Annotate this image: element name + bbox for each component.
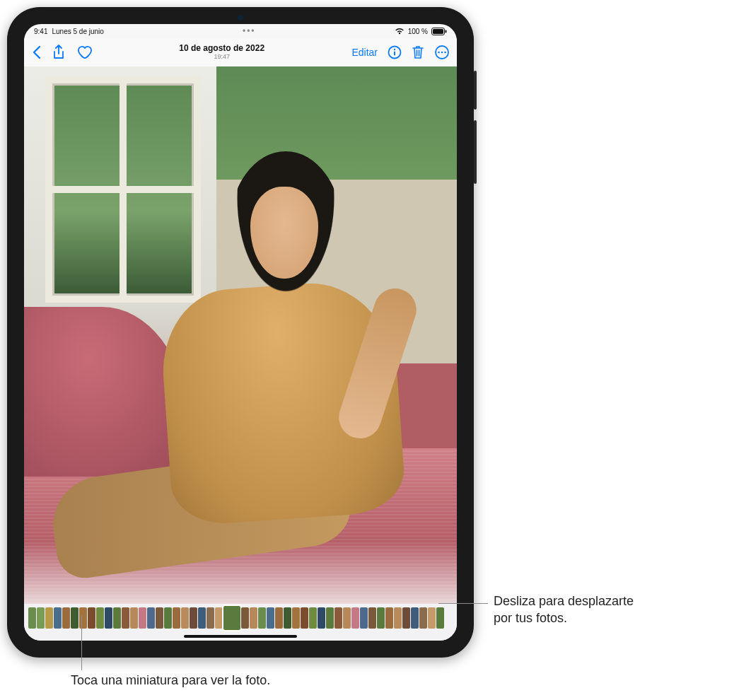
photo-cushion: [24, 307, 187, 477]
thumbnail[interactable]: [173, 607, 180, 629]
thumbnail[interactable]: [334, 607, 342, 629]
status-bar: 9:41 Lunes 5 de junio ••• 100 %: [24, 24, 457, 38]
battery-icon: [431, 28, 447, 35]
photo-date-title: 10 de agosto de 2022: [98, 44, 346, 53]
home-indicator[interactable]: [24, 632, 457, 641]
thumbnail[interactable]: [368, 607, 376, 629]
thumbnail-strip[interactable]: [24, 604, 457, 632]
thumbnail[interactable]: [190, 607, 197, 629]
battery-percent: 100 %: [408, 28, 428, 35]
thumbnail[interactable]: [198, 607, 206, 629]
thumbnail[interactable]: [164, 607, 172, 629]
thumbnail[interactable]: [419, 607, 427, 629]
back-button[interactable]: [31, 45, 41, 59]
thumbnail[interactable]: [113, 607, 121, 629]
thumbnail[interactable]: [62, 607, 70, 629]
thumbnail[interactable]: [130, 607, 138, 629]
svg-point-7: [438, 52, 440, 54]
ipad-device-frame: 9:41 Lunes 5 de junio ••• 100 %: [7, 7, 474, 658]
thumbnail[interactable]: [45, 607, 53, 629]
trash-button[interactable]: [412, 45, 424, 60]
photo-time-subtitle: 19:47: [98, 54, 346, 61]
photo-window: [45, 76, 201, 303]
info-button[interactable]: [388, 45, 402, 59]
callout-tap-thumbnail: Toca una miniatura para ver la foto.: [71, 672, 270, 689]
edit-button[interactable]: Editar: [351, 47, 378, 58]
thumbnail[interactable]: [428, 607, 436, 629]
thumbnail[interactable]: [292, 607, 300, 629]
thumbnail[interactable]: [139, 607, 146, 629]
thumbnail[interactable]: [223, 606, 240, 630]
thumbnail[interactable]: [326, 607, 334, 629]
screen: 9:41 Lunes 5 de junio ••• 100 %: [24, 24, 457, 641]
wifi-icon: [395, 28, 405, 35]
thumbnail[interactable]: [122, 607, 129, 629]
thumbnail[interactable]: [385, 607, 393, 629]
svg-rect-5: [394, 52, 395, 56]
svg-point-4: [394, 49, 395, 50]
thumbnail[interactable]: [105, 607, 112, 629]
thumbnail[interactable]: [309, 607, 317, 629]
svg-rect-2: [446, 30, 447, 33]
thumbnail[interactable]: [343, 607, 351, 629]
svg-point-9: [444, 52, 446, 54]
share-button[interactable]: [52, 45, 65, 60]
status-date: Lunes 5 de junio: [52, 28, 103, 35]
photo-toolbar: 10 de agosto de 2022 19:47 Editar: [24, 38, 457, 66]
thumbnail[interactable]: [301, 607, 308, 629]
thumbnail[interactable]: [28, 607, 36, 629]
thumbnail[interactable]: [79, 607, 87, 629]
callout-line: [438, 603, 488, 604]
thumbnail[interactable]: [377, 607, 385, 629]
thumbnail[interactable]: [275, 607, 283, 629]
thumbnail[interactable]: [267, 607, 274, 629]
thumbnail[interactable]: [215, 607, 223, 629]
thumbnail[interactable]: [37, 607, 45, 629]
callout-swipe-photos: Desliza para desplazarte por tus fotos.: [494, 593, 634, 627]
callout-line: [81, 615, 82, 670]
thumbnail[interactable]: [156, 607, 163, 629]
thumbnail[interactable]: [206, 607, 214, 629]
thumbnail[interactable]: [436, 607, 444, 629]
thumbnail[interactable]: [181, 607, 189, 629]
thumbnail[interactable]: [318, 607, 325, 629]
favorite-button[interactable]: [76, 45, 92, 59]
thumbnail[interactable]: [351, 607, 359, 629]
front-camera: [238, 15, 243, 21]
thumbnail[interactable]: [394, 607, 402, 629]
thumbnail[interactable]: [284, 607, 291, 629]
thumbnail[interactable]: [96, 607, 104, 629]
thumbnail[interactable]: [71, 607, 78, 629]
svg-rect-1: [433, 29, 443, 34]
thumbnail[interactable]: [147, 607, 155, 629]
thumbnail[interactable]: [402, 607, 410, 629]
thumbnail[interactable]: [250, 607, 257, 629]
multitask-indicator[interactable]: •••: [243, 26, 256, 36]
thumbnail[interactable]: [360, 607, 368, 629]
status-time: 9:41: [34, 28, 47, 35]
main-photo[interactable]: [24, 66, 457, 604]
thumbnail[interactable]: [411, 607, 419, 629]
more-button[interactable]: [434, 45, 450, 60]
thumbnail[interactable]: [88, 607, 95, 629]
thumbnail[interactable]: [241, 607, 249, 629]
thumbnail[interactable]: [54, 607, 62, 629]
svg-point-8: [441, 52, 443, 54]
thumbnail[interactable]: [258, 607, 266, 629]
